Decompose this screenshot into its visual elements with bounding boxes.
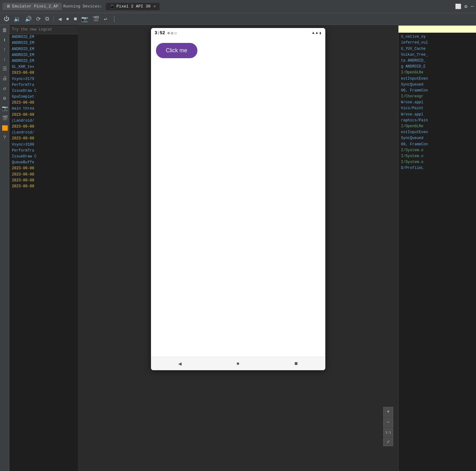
- device-icon: 📱: [110, 4, 115, 9]
- sidebar-up-icon[interactable]: ↑: [1, 46, 9, 54]
- list-item: W/ose.appl: [398, 112, 476, 118]
- rotate-icon[interactable]: ⟳: [35, 14, 42, 24]
- wifi-icon: ▲: [312, 31, 314, 35]
- sidebar-list-icon[interactable]: ☰: [1, 64, 9, 73]
- list-item: I/System.o: [398, 159, 476, 165]
- record-dot-icon[interactable]: ●: [65, 15, 71, 23]
- volume-up-icon[interactable]: 🔊: [24, 14, 33, 24]
- list-item: 2023-06-08: [9, 124, 78, 130]
- list-item: ANDROID_EM: [9, 34, 78, 40]
- list-item: U_YUV_Cache: [398, 46, 476, 52]
- sidebar-trash-icon[interactable]: 🗑: [1, 26, 9, 35]
- list-item: estInputEven: [398, 76, 476, 82]
- logcat-right-entries: U_native_syleferred_vulU_YUV_CacheVulkan…: [398, 34, 476, 171]
- main-area: 🗑 ⬆ ↑ ↓ ☰ 🖨 ↺ ⚙ 📷 🎬 🟧 ? Try the new Logc…: [0, 25, 476, 471]
- zoom-controls: + − 1:1 ⤢: [383, 407, 393, 446]
- list-item: GL_KHR_tex: [9, 64, 78, 70]
- list-item: (Landroid/: [9, 130, 78, 136]
- monitor-icon: 🖥: [6, 4, 10, 9]
- list-item: g ANDROID_E: [398, 64, 476, 70]
- status-icons-right: ▲ ▲ ▮: [312, 31, 322, 35]
- list-item: PerformTra: [9, 148, 78, 154]
- fold-icon[interactable]: ⧉: [44, 15, 50, 23]
- sidebar-camera-icon[interactable]: 📷: [1, 104, 9, 113]
- list-item: QueueBuffe: [9, 160, 78, 166]
- zoom-in-button[interactable]: +: [383, 407, 393, 417]
- emulator-toolbar: ⏻ 🔉 🔊 ⟳ ⧉ ◀ ● ■ 📷 🎬 ↩ ⋮: [0, 13, 476, 25]
- sidebar-print-icon[interactable]: 🖨: [1, 74, 9, 83]
- list-item: 2023-06-08: [9, 166, 78, 171]
- list-item: Vulkan_free_: [398, 52, 476, 58]
- click-me-button[interactable]: Click me: [156, 43, 197, 58]
- monitor-view-icon[interactable]: ⬜: [455, 3, 461, 10]
- sidebar-upload-icon[interactable]: ⬆: [1, 36, 9, 44]
- list-item: I/OpenGLRe: [398, 70, 476, 76]
- volume-down-icon[interactable]: 🔉: [12, 14, 22, 24]
- list-item: 2023-06-08: [9, 172, 78, 178]
- list-item: Vsync=3179: [9, 76, 78, 82]
- toolbar-separator: [54, 16, 54, 22]
- sidebar-refresh-icon[interactable]: ↺: [1, 84, 9, 93]
- settings-status-icon: ⚙: [167, 31, 170, 35]
- replay-icon[interactable]: ↩: [102, 14, 108, 24]
- list-item: 00, FrameCon: [398, 142, 476, 147]
- stop-icon[interactable]: ■: [73, 15, 78, 23]
- zoom-expand-button[interactable]: ⤢: [383, 437, 393, 446]
- list-item: hics/Paint: [398, 105, 476, 111]
- logcat-right-highlight: [398, 26, 476, 33]
- status-icons-left: ⚙ ◎ ☐: [167, 31, 177, 35]
- list-item: Vsync=3180: [9, 142, 78, 148]
- logcat-search[interactable]: Try the new Logcat: [9, 26, 78, 34]
- minimize-icon[interactable]: —: [470, 4, 474, 9]
- list-item: I/System.o: [398, 147, 476, 153]
- sidebar-orange-icon[interactable]: 🟧: [1, 124, 9, 133]
- nav-back-icon[interactable]: ◀: [178, 360, 181, 367]
- settings-icon[interactable]: ⚙: [464, 3, 468, 10]
- nav-recent-icon[interactable]: ■: [295, 361, 298, 367]
- list-item: IssueDraw C: [9, 154, 78, 160]
- more-options-icon[interactable]: ⋮: [110, 14, 118, 24]
- sidebar-down-icon[interactable]: ↓: [1, 55, 9, 63]
- status-bar: 3:52 ⚙ ◎ ☐ ▲ ▲ ▮: [151, 28, 325, 38]
- list-item: I/System.o: [398, 153, 476, 159]
- list-item: main threa: [9, 106, 78, 112]
- app-content: Click me: [151, 38, 325, 357]
- logcat-left-entries: ANDROID_EMANDROID_EMANDROID_EMANDROID_EM…: [9, 34, 78, 189]
- list-item: ta ANDROID_: [398, 58, 476, 64]
- zoom-percent-label[interactable]: 1:1: [383, 428, 393, 437]
- tab-pixel2[interactable]: 📱 Pixel 2 API 30 ✕: [106, 3, 159, 10]
- emulator-frame: 3:52 ⚙ ◎ ☐ ▲ ▲ ▮ Click me ◀ ●: [151, 28, 325, 370]
- tab-pixel2-label: Pixel 2 API 30: [116, 4, 150, 9]
- list-item: ANDROID_EM: [9, 58, 78, 64]
- close-tab-icon[interactable]: ✕: [153, 4, 156, 9]
- list-item: 2023-06-08: [9, 136, 78, 142]
- list-item: I/Choreogr: [398, 94, 476, 100]
- screenshot-icon[interactable]: 📷: [80, 14, 89, 24]
- sidebar-gear-icon[interactable]: ⚙: [1, 94, 9, 103]
- power-icon[interactable]: ⏻: [2, 14, 11, 23]
- list-item: ANDROID_EM: [9, 46, 78, 52]
- list-item: SyncQueued: [398, 82, 476, 88]
- sidebar-help-icon[interactable]: ?: [1, 134, 9, 142]
- zoom-out-button[interactable]: −: [383, 417, 393, 427]
- list-item: ANDROID_EM: [9, 40, 78, 46]
- emulator-area: 3:52 ⚙ ◎ ☐ ▲ ▲ ▮ Click me ◀ ●: [78, 25, 398, 471]
- list-item: PerformTra: [9, 82, 78, 88]
- list-item: 00, FrameCon: [398, 88, 476, 94]
- list-item: 2023-06-08: [9, 184, 78, 189]
- list-item: ANDROID_EM: [9, 52, 78, 58]
- list-item: estInputEven: [398, 129, 476, 135]
- sidebar-video-icon[interactable]: 🎬: [1, 114, 9, 123]
- tab-emulator[interactable]: 🖥 Emulator Pixel_2_AP: [2, 3, 62, 10]
- list-item: SyncQueued: [398, 135, 476, 141]
- screenrecord-icon[interactable]: 🎬: [91, 14, 101, 24]
- logcat-search-placeholder: Try the new Logcat: [12, 27, 52, 32]
- location-status-icon: ◎: [171, 31, 173, 35]
- back-icon[interactable]: ◀: [57, 14, 63, 24]
- nfc-status-icon: ☐: [175, 31, 177, 35]
- list-item: 2023-06-08: [9, 100, 78, 106]
- top-bar: 🖥 Emulator Pixel_2_AP Running Devices: 📱…: [0, 0, 476, 13]
- signal-icon: ▲: [316, 31, 318, 35]
- nav-home-icon[interactable]: ●: [236, 361, 240, 367]
- list-item: GpuComplet: [9, 94, 78, 100]
